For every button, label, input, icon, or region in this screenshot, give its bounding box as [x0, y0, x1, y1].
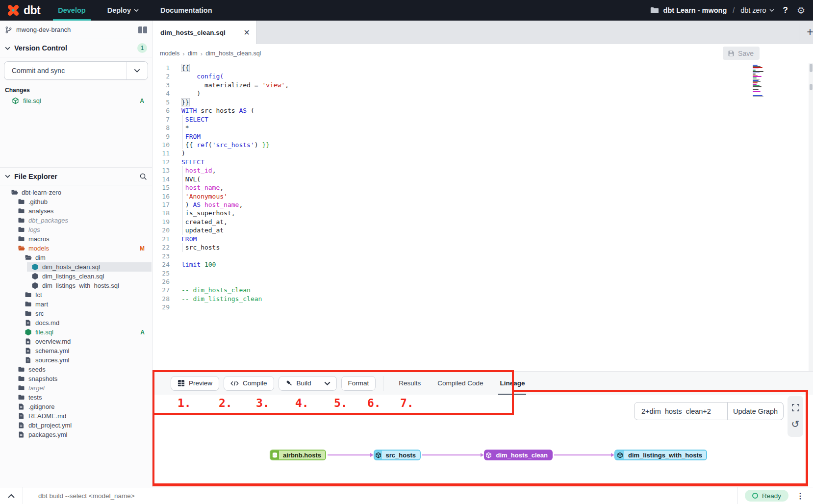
tree-item-dbt-packages[interactable]: dbt_packages	[0, 216, 152, 225]
minimap[interactable]	[753, 65, 766, 98]
tree-item-dim-listings-clean-sql[interactable]: dim_listings_clean.sql	[0, 272, 152, 281]
tree-item-packages-yml[interactable]: packages.yml	[0, 430, 152, 439]
code-line[interactable]: 5}}	[152, 98, 813, 106]
tree-item-macros[interactable]: macros	[0, 234, 152, 244]
reset-view-icon[interactable]: ↺	[791, 419, 800, 429]
close-icon[interactable]: ✕	[239, 28, 250, 37]
update-graph-button[interactable]: Update Graph	[728, 402, 784, 420]
tree-item-mart[interactable]: mart	[0, 300, 152, 309]
format-button[interactable]: Format	[341, 376, 376, 391]
code-line[interactable]: 19 created_at,	[152, 218, 813, 226]
version-control-header[interactable]: Version Control 1	[0, 39, 152, 57]
code-line[interactable]: 3 materialized = 'view',	[152, 81, 813, 89]
tree-item-target[interactable]: target	[0, 383, 152, 393]
code-line[interactable]: 26	[152, 277, 813, 286]
code-line[interactable]: 11)	[152, 149, 813, 157]
tab-lineage[interactable]: Lineage	[491, 372, 533, 395]
branch-name[interactable]: mwong-dev-branch	[16, 26, 134, 33]
code-line[interactable]: 12SELECT	[152, 158, 813, 166]
build-button[interactable]: Build	[279, 376, 318, 391]
editor-scrollbar[interactable]	[809, 63, 813, 371]
scrollbar-thumb[interactable]	[810, 84, 813, 90]
tree-item-dim-listings-with-hosts-sql[interactable]: dim_listings_with_hosts.sql	[0, 281, 152, 290]
tree-item-src[interactable]: src	[0, 309, 152, 318]
tab-results[interactable]: Results	[390, 372, 429, 395]
code-line[interactable]: 16 'Anonymous'	[152, 192, 813, 201]
code-line[interactable]: 27-- dim_hosts_clean	[152, 286, 813, 294]
new-tab-button[interactable]: +	[804, 26, 813, 39]
lineage-selector-input[interactable]	[634, 402, 728, 420]
code-line[interactable]: 21FROM	[152, 235, 813, 243]
scrollbar-thumb[interactable]	[810, 64, 813, 72]
code-editor[interactable]: 1{{2 config(3 materialized = 'view',4 )5…	[152, 63, 813, 371]
environment-selector[interactable]: dbt zero	[740, 6, 774, 14]
tree-item-tests[interactable]: tests	[0, 393, 152, 402]
code-line[interactable]: 28-- dim_listings_clean	[152, 295, 813, 303]
lineage-node-src_hosts[interactable]: src_hosts	[374, 450, 421, 460]
code-line[interactable]: 6WITH src_hosts AS (	[152, 106, 813, 115]
docs-panels-icon[interactable]	[138, 26, 147, 33]
nav-documentation[interactable]: Documentation	[150, 0, 223, 21]
tree-item-overview-md[interactable]: overview.md	[0, 337, 152, 346]
code-line[interactable]: 9 FROM	[152, 132, 813, 141]
code-line[interactable]: 24limit 100	[152, 260, 813, 269]
kebab-menu-icon[interactable]: ⋮	[794, 491, 813, 501]
lineage-node-dim_listings_with_hosts[interactable]: dim_listings_with_hosts	[614, 450, 707, 460]
code-line[interactable]: 23	[152, 252, 813, 260]
tree-item-seeds[interactable]: seeds	[0, 365, 152, 374]
tree-item--gitignore[interactable]: .gitignore	[0, 402, 152, 411]
code-line[interactable]: 1{{	[152, 64, 813, 72]
tree-item-analyses[interactable]: analyses	[0, 206, 152, 216]
compile-button[interactable]: Compile	[224, 376, 274, 391]
preview-button[interactable]: Preview	[171, 376, 219, 391]
code-line[interactable]: 15 host_name,	[152, 183, 813, 192]
tree-item-docs-md[interactable]: docs.md	[0, 318, 152, 328]
code-line[interactable]: 10 {{ ref('src_hosts') }}	[152, 141, 813, 149]
code-line[interactable]: 7 SELECT	[152, 115, 813, 124]
tab-dim-hosts-clean[interactable]: dim_hosts_clean.sql ✕	[152, 21, 256, 44]
code-line[interactable]: 17 ) AS host_name,	[152, 201, 813, 209]
tree-item-logs[interactable]: logs	[0, 225, 152, 234]
tree-item--github[interactable]: .github	[0, 197, 152, 206]
code-line[interactable]: 20 updated_at	[152, 226, 813, 234]
tree-item-dbt-project-yml[interactable]: dbt_project.yml	[0, 421, 152, 430]
code-line[interactable]: 29	[152, 303, 813, 311]
code-line[interactable]: 13 host_id,	[152, 166, 813, 175]
lineage-node-dim_hosts_clean[interactable]: dim_hosts_clean	[484, 450, 553, 460]
gear-icon[interactable]: ⚙	[797, 5, 805, 16]
project-name[interactable]: dbt Learn - mwong	[663, 6, 727, 14]
tree-item-snapshots[interactable]: snapshots	[0, 374, 152, 383]
code-line[interactable]: 22 src_hosts	[152, 243, 813, 252]
build-options-caret[interactable]	[318, 376, 337, 391]
code-line[interactable]: 8 *	[152, 124, 813, 132]
code-line[interactable]: 2 config(	[152, 72, 813, 80]
code-line[interactable]: 18 is_superhost,	[152, 209, 813, 217]
tree-item-dim[interactable]: dim	[0, 253, 152, 262]
nav-develop[interactable]: Develop	[47, 0, 96, 21]
breadcrumb-dim[interactable]: dim	[188, 50, 198, 57]
tree-item-file-sql[interactable]: file.sqlA	[0, 328, 152, 337]
command-input[interactable]	[23, 492, 737, 500]
save-button[interactable]: Save	[723, 47, 760, 60]
code-line[interactable]: 4 )	[152, 89, 813, 98]
file-explorer-header[interactable]: File Explorer	[0, 167, 152, 185]
fullscreen-icon[interactable]	[791, 403, 800, 412]
commit-and-sync-button[interactable]: Commit and sync	[4, 61, 148, 80]
tree-item-schema-yml[interactable]: schema.yml	[0, 346, 152, 355]
tree-item-sources-yml[interactable]: sources.yml	[0, 355, 152, 365]
breadcrumb-models[interactable]: models	[160, 50, 179, 57]
nav-deploy[interactable]: Deploy	[97, 0, 150, 21]
code-line[interactable]: 14 NVL(	[152, 175, 813, 183]
chevron-up-icon[interactable]	[0, 494, 23, 498]
search-icon[interactable]	[139, 173, 147, 180]
tree-item-dim-hosts-clean-sql[interactable]: dim_hosts_clean.sql	[0, 262, 152, 272]
tree-item-readme-md[interactable]: README.md	[0, 411, 152, 421]
tree-item-fct[interactable]: fct	[0, 290, 152, 300]
breadcrumb-file[interactable]: dim_hosts_clean.sql	[205, 50, 261, 57]
commit-options-caret[interactable]	[126, 62, 148, 79]
code-line[interactable]: 25	[152, 269, 813, 277]
dbt-logo[interactable]: dbt	[0, 0, 47, 21]
lineage-node-airbnb-hosts[interactable]: airbnb.hosts	[270, 450, 326, 460]
tab-compiled-code[interactable]: Compiled Code	[429, 372, 491, 395]
tree-item-models[interactable]: modelsM	[0, 244, 152, 253]
